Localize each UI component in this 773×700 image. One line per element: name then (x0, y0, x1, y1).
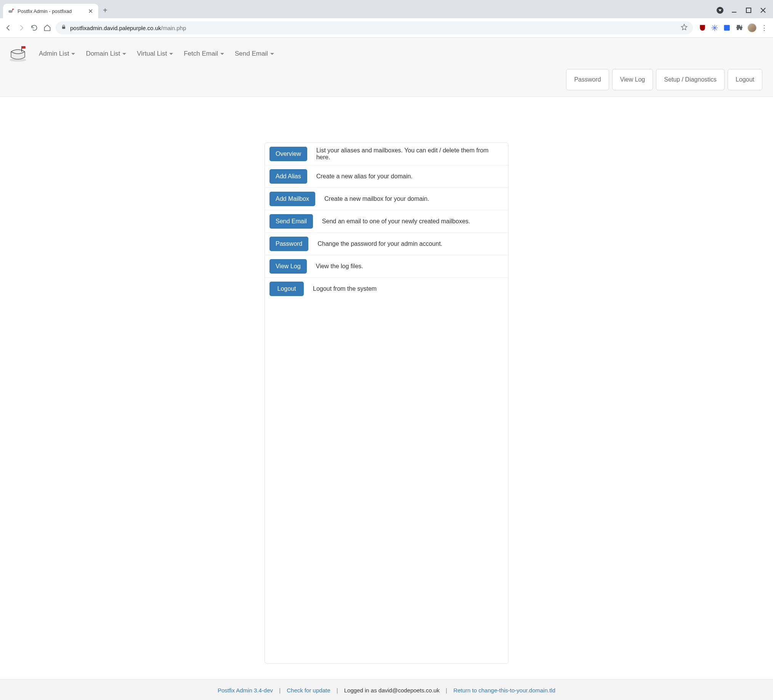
add-alias-button[interactable]: Add Alias (270, 169, 307, 184)
list-item: View Log View the log files. (265, 255, 508, 278)
svg-rect-8 (62, 27, 65, 29)
separator: | (441, 687, 452, 693)
nav-virtual-list[interactable]: Virtual List (137, 50, 173, 58)
browser-tab[interactable]: Postfix Admin - postfixad ✕ (3, 4, 98, 18)
caret-down-icon (220, 53, 224, 55)
browser-toolbar: postfixadmin.david.palepurple.co.uk/main… (0, 18, 773, 38)
list-item: Logout Logout from the system (265, 278, 508, 300)
nav-label: Fetch Email (184, 50, 218, 58)
nav-label: Send Email (235, 50, 268, 58)
list-item: Password Change the password for your ad… (265, 233, 508, 255)
list-item: Add Alias Create a new alias for your do… (265, 165, 508, 188)
ublock-icon[interactable] (698, 24, 707, 32)
nav-label: Admin List (39, 50, 69, 58)
footer: Postfix Admin 3.4-dev | Check for update… (0, 679, 773, 700)
list-item: Overview List your aliases and mailboxes… (265, 143, 508, 165)
address-bar[interactable]: postfixadmin.david.palepurple.co.uk/main… (56, 21, 693, 34)
action-description: Create a new mailbox for your domain. (324, 196, 503, 202)
check-update-link[interactable]: Check for update (287, 687, 330, 693)
separator: | (275, 687, 285, 693)
tab-title: Postfix Admin - postfixad (18, 8, 84, 14)
version-link[interactable]: Postfix Admin 3.4-dev (218, 687, 273, 693)
action-description: Logout from the system (313, 286, 503, 292)
window-controls (717, 7, 770, 14)
bookmark-star-icon[interactable] (681, 24, 687, 32)
svg-rect-5 (746, 8, 751, 13)
nav-domain-list[interactable]: Domain List (86, 50, 126, 58)
svg-rect-4 (732, 12, 737, 13)
list-item: Add Mailbox Create a new mailbox for you… (265, 188, 508, 210)
send-email-button[interactable]: Send Email (270, 214, 313, 228)
main-content: Overview List your aliases and mailboxes… (0, 97, 773, 679)
view-log-action-button[interactable]: View Log (270, 259, 307, 274)
url-text: postfixadmin.david.palepurple.co.uk/main… (70, 25, 677, 31)
list-item: Send Email Send an email to one of your … (265, 210, 508, 233)
url-path: /main.php (161, 25, 186, 31)
logout-action-button[interactable]: Logout (270, 282, 304, 296)
action-description: Send an email to one of your newly creat… (322, 218, 503, 225)
back-icon[interactable] (4, 23, 13, 32)
view-log-button[interactable]: View Log (612, 69, 653, 90)
nav-primary: Admin List Domain List Virtual List Fetc… (8, 41, 765, 69)
caret-down-icon (270, 53, 274, 55)
password-button[interactable]: Password (566, 69, 609, 90)
svg-marker-3 (719, 10, 722, 12)
url-host: postfixadmin.david.palepurple.co.uk (70, 25, 161, 31)
action-description: Change the password for your admin accou… (317, 240, 503, 247)
caret-down-icon (122, 53, 126, 55)
svg-rect-2 (13, 9, 14, 10)
close-window-icon[interactable] (759, 7, 767, 14)
minimize-icon[interactable] (730, 7, 738, 14)
maximize-icon[interactable] (745, 7, 752, 14)
nav-admin-list[interactable]: Admin List (39, 50, 75, 58)
profile-avatar-icon[interactable] (747, 23, 757, 33)
logout-button[interactable]: Logout (728, 69, 762, 90)
caret-down-icon (71, 53, 75, 55)
tab-strip: Postfix Admin - postfixad ✕ + (0, 0, 773, 18)
nav-label: Domain List (86, 50, 120, 58)
svg-rect-0 (8, 10, 13, 13)
home-icon[interactable] (43, 23, 52, 32)
nav-label: Virtual List (137, 50, 167, 58)
account-badge-icon[interactable] (717, 7, 724, 14)
nav-send-email[interactable]: Send Email (235, 50, 274, 58)
browser-chrome: Postfix Admin - postfixad ✕ + (0, 0, 773, 38)
lock-icon (61, 25, 66, 31)
extension-icons: ⋮ (697, 23, 769, 33)
blue-square-ext-icon[interactable] (723, 24, 731, 32)
app-navbar: Admin List Domain List Virtual List Fetc… (0, 38, 773, 97)
nav-secondary: Password View Log Setup / Diagnostics Lo… (8, 69, 765, 96)
svg-rect-15 (21, 46, 22, 51)
mailbox-favicon-icon (8, 8, 15, 15)
app-root: Admin List Domain List Virtual List Fetc… (0, 38, 773, 700)
extensions-puzzle-icon[interactable] (735, 24, 743, 32)
close-tab-icon[interactable]: ✕ (87, 8, 94, 15)
browser-menu-icon[interactable]: ⋮ (761, 24, 768, 32)
svg-rect-13 (724, 25, 730, 31)
actions-panel: Overview List your aliases and mailboxes… (265, 143, 508, 664)
snowflake-ext-icon[interactable] (711, 24, 719, 32)
forward-icon (17, 23, 26, 32)
reload-icon[interactable] (30, 23, 39, 32)
svg-rect-16 (22, 46, 26, 48)
action-description: Create a new alias for your domain. (316, 173, 503, 180)
postfix-logo-icon[interactable] (8, 45, 28, 62)
password-action-button[interactable]: Password (270, 237, 308, 251)
svg-rect-1 (12, 9, 13, 11)
caret-down-icon (169, 53, 173, 55)
return-domain-link[interactable]: Return to change-this-to-your.domain.tld (453, 687, 555, 693)
nav-fetch-email[interactable]: Fetch Email (184, 50, 224, 58)
logged-in-text: Logged in as david@codepoets.co.uk (344, 687, 439, 693)
action-description: View the log files. (316, 263, 503, 270)
overview-button[interactable]: Overview (270, 147, 307, 161)
setup-diagnostics-button[interactable]: Setup / Diagnostics (656, 69, 725, 90)
add-mailbox-button[interactable]: Add Mailbox (270, 192, 315, 206)
action-description: List your aliases and mailboxes. You can… (316, 147, 503, 161)
new-tab-button[interactable]: + (103, 6, 107, 15)
separator: | (332, 687, 343, 693)
